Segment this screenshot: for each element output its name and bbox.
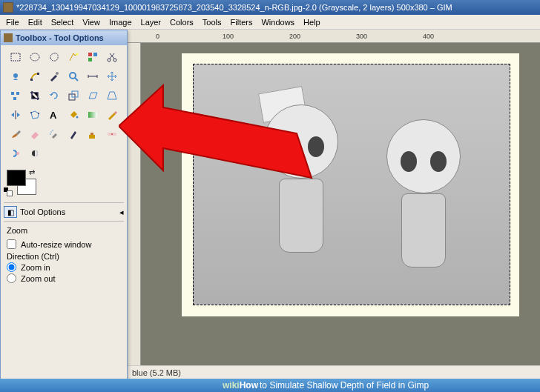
ruler-tick: 0 (156, 33, 159, 40)
menu-windows[interactable]: Windows (257, 16, 299, 28)
zoom-icon[interactable] (65, 67, 82, 85)
fuzzy-select-icon[interactable] (65, 48, 82, 66)
image-canvas[interactable] (193, 64, 510, 305)
menu-file[interactable]: File (1, 16, 24, 28)
swap-colors-icon[interactable]: ⇄ (29, 168, 35, 176)
menu-edit[interactable]: Edit (24, 16, 47, 28)
ruler-tick: 100 (223, 33, 234, 40)
dodge-burn-icon[interactable] (26, 144, 44, 162)
smudge-icon[interactable] (7, 144, 24, 162)
rotate-icon[interactable] (45, 87, 63, 104)
free-select-icon[interactable] (45, 48, 63, 66)
pencil-icon[interactable] (103, 106, 121, 124)
menu-colors[interactable]: Colors (165, 16, 198, 28)
blend-icon[interactable] (84, 106, 102, 124)
tool-options-tab-icon[interactable]: ◧ (4, 206, 17, 218)
default-colors-icon[interactable] (4, 187, 11, 195)
svg-point-12 (70, 73, 76, 79)
zoom-in-label: Zoom in (21, 263, 50, 272)
article-prefix: to (260, 380, 269, 391)
paintbrush-icon[interactable] (7, 125, 24, 143)
by-color-select-icon[interactable] (84, 48, 102, 66)
svg-point-18 (30, 112, 32, 113)
image-content (246, 104, 357, 297)
svg-point-23 (50, 131, 51, 132)
svg-rect-14 (16, 92, 19, 95)
tab-menu-icon[interactable]: ◂ (119, 207, 124, 217)
airbrush-icon[interactable] (45, 125, 63, 143)
svg-rect-26 (89, 135, 95, 139)
divider (4, 202, 124, 203)
rect-select-icon[interactable] (7, 48, 24, 66)
foreground-color-swatch[interactable] (7, 170, 26, 186)
menu-image[interactable]: Image (105, 16, 136, 28)
svg-point-25 (50, 133, 50, 134)
toolbox-titlebar[interactable]: Toolbox - Tool Options (1, 30, 127, 45)
zoom-out-label: Zoom out (21, 274, 55, 283)
menu-layer[interactable]: Layer (136, 16, 166, 28)
toolbox-icon (4, 33, 13, 42)
auto-resize-checkbox[interactable]: Auto-resize window (7, 239, 121, 249)
status-bar: blue (5.2 MB) (128, 365, 540, 379)
svg-point-6 (108, 59, 111, 62)
paths-icon[interactable] (26, 67, 44, 85)
heal-icon[interactable] (103, 125, 121, 143)
move-icon[interactable] (103, 67, 121, 85)
image-content (372, 119, 475, 297)
clone-icon[interactable] (84, 125, 102, 143)
color-picker-icon[interactable] (45, 67, 63, 85)
perspective-icon[interactable] (103, 87, 121, 104)
menu-select[interactable]: Select (47, 16, 79, 28)
svg-point-7 (113, 59, 116, 62)
foreground-select-icon[interactable] (7, 67, 24, 85)
auto-resize-input[interactable] (7, 239, 16, 249)
svg-rect-5 (88, 58, 92, 62)
brand-wiki: wiki (223, 380, 240, 391)
ruler-tick: 400 (423, 33, 434, 40)
svg-point-11 (56, 72, 59, 75)
tool-options-panel: Zoom Auto-resize window Direction (Ctrl)… (1, 223, 127, 288)
cage-icon[interactable] (26, 106, 44, 124)
ellipse-select-icon[interactable] (26, 48, 44, 66)
ink-icon[interactable] (65, 125, 82, 143)
canvas-area[interactable] (141, 43, 540, 379)
crop-icon[interactable] (26, 87, 44, 104)
tool-options-label: Tool Options (20, 207, 65, 216)
svg-point-21 (76, 116, 79, 119)
svg-rect-27 (90, 133, 93, 135)
scissors-icon[interactable] (103, 48, 121, 66)
wikihow-brand: wikiHow (223, 380, 258, 391)
menu-tools[interactable]: Tools (198, 16, 226, 28)
align-icon[interactable] (7, 87, 24, 104)
color-swatch-area: ⇄ (1, 165, 127, 201)
svg-point-2 (76, 53, 79, 56)
active-tool-name: Zoom (7, 226, 121, 235)
flip-icon[interactable] (7, 106, 24, 124)
menu-view[interactable]: View (78, 16, 105, 28)
svg-rect-4 (93, 53, 97, 56)
toolbox-title-text: Toolbox - Tool Options (16, 33, 104, 42)
menu-help[interactable]: Help (299, 16, 325, 28)
toolbox-window[interactable]: Toolbox - Tool Options A (0, 30, 128, 385)
main-window-titlebar: *228734_130419947034129_100001983725873_… (0, 0, 540, 15)
shear-icon[interactable] (84, 87, 102, 104)
bucket-fill-icon[interactable] (65, 106, 82, 124)
gimp-app-icon (3, 2, 13, 13)
eraser-icon[interactable] (26, 125, 44, 143)
zoom-out-input[interactable] (7, 273, 16, 283)
brand-how: How (240, 380, 258, 391)
menu-filters[interactable]: Filters (226, 16, 257, 28)
zoom-in-radio[interactable]: Zoom in (7, 262, 121, 272)
status-text: blue (5.2 MB) (132, 368, 181, 377)
zoom-in-input[interactable] (7, 262, 16, 272)
text-icon[interactable]: A (45, 106, 63, 124)
scale-icon[interactable] (65, 87, 82, 104)
svg-rect-10 (37, 73, 39, 75)
svg-rect-9 (30, 79, 33, 81)
zoom-out-radio[interactable]: Zoom out (7, 273, 121, 283)
auto-resize-label: Auto-resize window (21, 240, 91, 249)
measure-icon[interactable] (84, 67, 102, 85)
horizontal-ruler: 0 100 200 300 400 (128, 30, 540, 43)
divider (4, 221, 124, 222)
svg-text:A: A (50, 110, 57, 121)
